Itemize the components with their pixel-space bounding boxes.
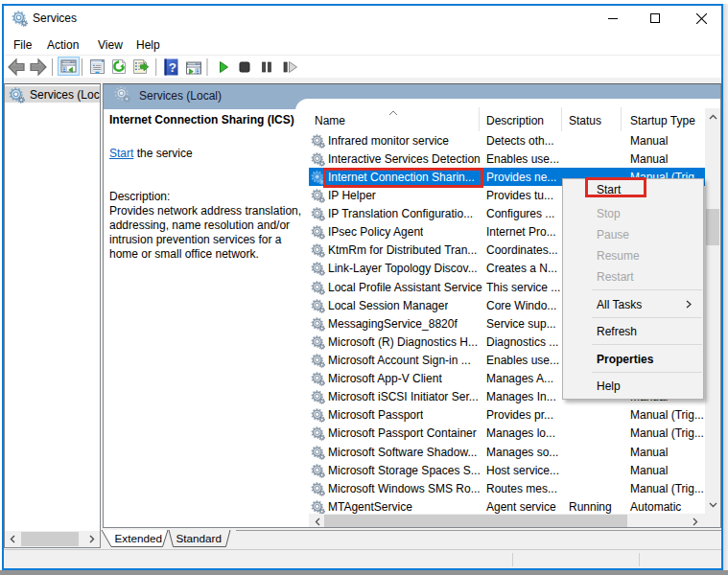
svg-text:?: ?: [169, 60, 176, 75]
svg-text:Extended: Extended: [115, 532, 162, 544]
svg-text:Standard: Standard: [176, 532, 222, 544]
